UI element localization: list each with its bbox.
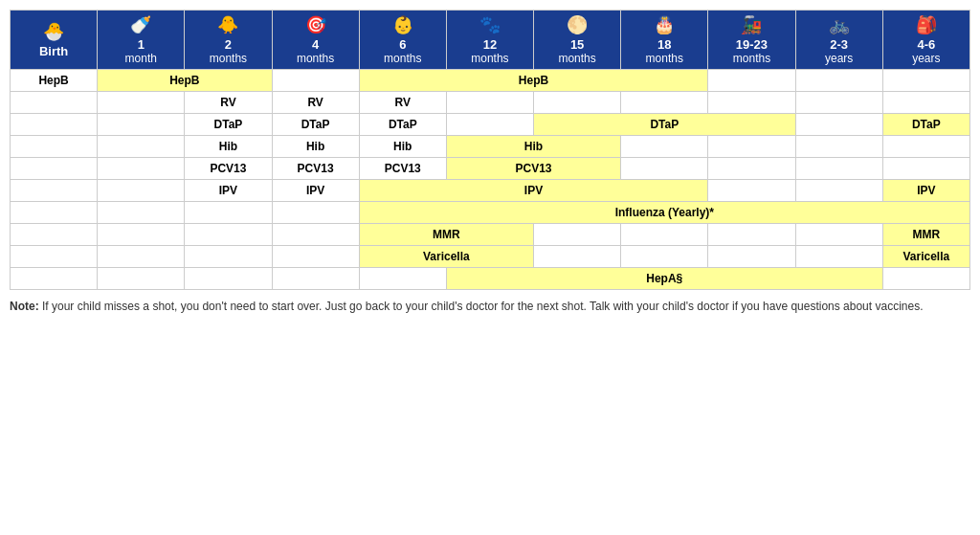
mmr-19-23 bbox=[708, 224, 795, 246]
2-3years-icon: 🚲 bbox=[798, 14, 880, 35]
ipv-19-23 bbox=[708, 180, 795, 202]
hib-row: Hib Hib Hib Hib bbox=[11, 136, 970, 158]
hib-4: Hib bbox=[272, 136, 359, 158]
rv-18 bbox=[621, 92, 708, 114]
mmr-2 bbox=[185, 224, 272, 246]
4-6years-icon: 🎒 bbox=[885, 14, 968, 35]
hepb-19-23 bbox=[708, 70, 795, 92]
header-4months: 🎯 4 months bbox=[272, 11, 359, 70]
header-12months: 🐾 12 months bbox=[446, 11, 533, 70]
hepb-label: HepB bbox=[11, 70, 98, 92]
varicella-6to12: Varicella bbox=[359, 246, 533, 268]
hepb-row: HepB HepB HepB bbox=[11, 70, 970, 92]
6months-icon: 👶 bbox=[362, 14, 444, 35]
hib-2: Hib bbox=[185, 136, 272, 158]
header-15months: 🌕 15 months bbox=[534, 11, 621, 70]
hepb-2-3 bbox=[795, 70, 882, 92]
4months-icon: 🎯 bbox=[275, 14, 357, 35]
dtap-birth bbox=[11, 114, 98, 136]
hepa-row: HepA§ bbox=[11, 268, 970, 290]
hib-2-3 bbox=[795, 136, 882, 158]
note-bold: Note: bbox=[10, 300, 39, 313]
dtap-2-3 bbox=[795, 114, 882, 136]
19-23months-icon: 🚂 bbox=[710, 14, 792, 35]
hepa-4 bbox=[272, 268, 359, 290]
dtap-row: DTaP DTaP DTaP DTaP DTaP bbox=[11, 114, 970, 136]
hib-1 bbox=[98, 136, 185, 158]
rv-row: RV RV RV bbox=[11, 92, 970, 114]
ipv-2-3 bbox=[795, 180, 882, 202]
ipv-1 bbox=[98, 180, 185, 202]
varicella-4-6: Varicella bbox=[882, 246, 969, 268]
pcv13-1 bbox=[98, 158, 185, 180]
hepa-2 bbox=[185, 268, 272, 290]
header-19-23months: 🚂 19-23 months bbox=[708, 11, 795, 70]
header-6months: 👶 6 months bbox=[359, 11, 446, 70]
note-section: Note: If your child misses a shot, you d… bbox=[10, 298, 970, 315]
vaccine-schedule-table: 🐣 Birth 🍼 1 month 🐥 2 months 🎯 4 months bbox=[10, 10, 970, 290]
hepa-6 bbox=[359, 268, 446, 290]
18months-icon: 🎂 bbox=[623, 14, 705, 35]
12months-icon: 🐾 bbox=[449, 14, 531, 35]
ipv-2: IPV bbox=[185, 180, 272, 202]
pcv13-4: PCV13 bbox=[272, 158, 359, 180]
header-2-3years: 🚲 2-3 years bbox=[795, 11, 882, 70]
hib-19-23 bbox=[708, 136, 795, 158]
varicella-18 bbox=[621, 246, 708, 268]
header-birth: 🐣 Birth bbox=[11, 11, 98, 70]
varicella-2-3 bbox=[795, 246, 882, 268]
2months-icon: 🐥 bbox=[187, 14, 269, 35]
pcv13-row: PCV13 PCV13 PCV13 PCV13 bbox=[11, 158, 970, 180]
dtap-2: DTaP bbox=[185, 114, 272, 136]
dtap-4-6: DTaP bbox=[882, 114, 969, 136]
hib-18 bbox=[621, 136, 708, 158]
mmr-2-3 bbox=[795, 224, 882, 246]
mmr-birth bbox=[11, 224, 98, 246]
varicella-15 bbox=[534, 246, 621, 268]
rv-4-6 bbox=[882, 92, 969, 114]
pcv13-18 bbox=[621, 158, 708, 180]
pcv13-19-23 bbox=[708, 158, 795, 180]
15months-icon: 🌕 bbox=[536, 14, 618, 35]
pcv13-6: PCV13 bbox=[359, 158, 446, 180]
hepb-1to2: HepB bbox=[98, 70, 272, 92]
rv-12 bbox=[446, 92, 533, 114]
birth-icon: 🐣 bbox=[12, 21, 95, 42]
rv-15 bbox=[534, 92, 621, 114]
header-1month: 🍼 1 month bbox=[98, 11, 185, 70]
mmr-6to12: MMR bbox=[359, 224, 533, 246]
mmr-15 bbox=[534, 224, 621, 246]
hepa-4-6 bbox=[882, 268, 969, 290]
varicella-4 bbox=[272, 246, 359, 268]
header-18months: 🎂 18 months bbox=[621, 11, 708, 70]
influenza-1 bbox=[98, 202, 185, 224]
ipv-6to18: IPV bbox=[359, 180, 708, 202]
varicella-1 bbox=[98, 246, 185, 268]
rv-2-3 bbox=[795, 92, 882, 114]
influenza-2 bbox=[185, 202, 272, 224]
header-2months: 🐥 2 months bbox=[185, 11, 272, 70]
dtap-4: DTaP bbox=[272, 114, 359, 136]
hib-4-6 bbox=[882, 136, 969, 158]
ipv-birth bbox=[11, 180, 98, 202]
dtap-12 bbox=[446, 114, 533, 136]
rv-19-23 bbox=[708, 92, 795, 114]
hepa-12to2-3: HepA§ bbox=[446, 268, 882, 290]
varicella-row: Varicella Varicella bbox=[11, 246, 970, 268]
rv-4: RV bbox=[272, 92, 359, 114]
pcv13-12to15: PCV13 bbox=[446, 158, 620, 180]
hib-6: Hib bbox=[359, 136, 446, 158]
dtap-6: DTaP bbox=[359, 114, 446, 136]
influenza-4 bbox=[272, 202, 359, 224]
influenza-6to4-6: Influenza (Yearly)* bbox=[359, 202, 969, 224]
ipv-4-6: IPV bbox=[882, 180, 969, 202]
hepa-1 bbox=[98, 268, 185, 290]
1month-icon: 🍼 bbox=[100, 14, 182, 35]
ipv-row: IPV IPV IPV IPV bbox=[11, 180, 970, 202]
mmr-4-6: MMR bbox=[882, 224, 969, 246]
varicella-birth bbox=[11, 246, 98, 268]
pcv13-4-6 bbox=[882, 158, 969, 180]
dtap-15to23: DTaP bbox=[534, 114, 796, 136]
mmr-row: MMR MMR bbox=[11, 224, 970, 246]
mmr-1 bbox=[98, 224, 185, 246]
